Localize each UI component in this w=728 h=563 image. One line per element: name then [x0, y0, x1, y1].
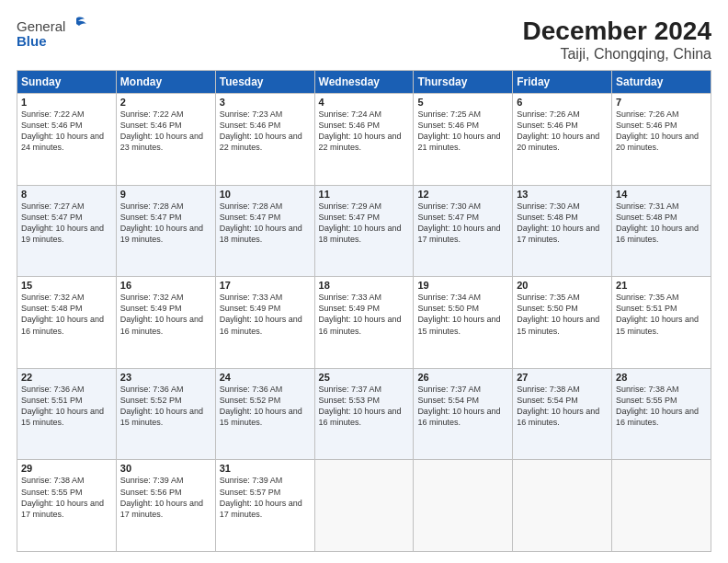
cell-details: Sunrise: 7:30 AM Sunset: 5:48 PM Dayligh…: [517, 201, 608, 246]
cell-details: Sunrise: 7:33 AM Sunset: 5:49 PM Dayligh…: [319, 292, 410, 337]
cell-details: Sunrise: 7:36 AM Sunset: 5:51 PM Dayligh…: [21, 384, 112, 429]
day-number: 28: [616, 372, 707, 383]
calendar-week-row: 29Sunrise: 7:38 AM Sunset: 5:55 PM Dayli…: [17, 460, 711, 552]
day-number: 12: [417, 189, 508, 200]
day-number: 11: [319, 189, 410, 200]
calendar-header-row: SundayMondayTuesdayWednesdayThursdayFrid…: [17, 71, 711, 94]
calendar-cell: 27Sunrise: 7:38 AM Sunset: 5:54 PM Dayli…: [513, 368, 612, 460]
cell-details: Sunrise: 7:35 AM Sunset: 5:50 PM Dayligh…: [517, 292, 608, 337]
calendar-cell: 26Sunrise: 7:37 AM Sunset: 5:54 PM Dayli…: [414, 368, 513, 460]
day-number: 3: [220, 97, 311, 108]
calendar-cell: 23Sunrise: 7:36 AM Sunset: 5:52 PM Dayli…: [116, 368, 215, 460]
cell-details: Sunrise: 7:29 AM Sunset: 5:47 PM Dayligh…: [319, 201, 410, 246]
cell-details: Sunrise: 7:38 AM Sunset: 5:55 PM Dayligh…: [21, 475, 112, 520]
day-number: 15: [21, 280, 112, 291]
logo-blue-text: Blue: [17, 33, 87, 49]
calendar-cell: 25Sunrise: 7:37 AM Sunset: 5:53 PM Dayli…: [314, 368, 414, 460]
cell-details: Sunrise: 7:22 AM Sunset: 5:46 PM Dayligh…: [120, 109, 211, 154]
calendar-cell: 6Sunrise: 7:26 AM Sunset: 5:46 PM Daylig…: [513, 94, 612, 186]
calendar-cell: 8Sunrise: 7:27 AM Sunset: 5:47 PM Daylig…: [17, 185, 117, 277]
day-number: 8: [21, 189, 112, 200]
page: General Blue December 2024 Taiji, Chongq…: [0, 0, 728, 563]
day-number: 2: [120, 97, 211, 108]
cell-details: Sunrise: 7:37 AM Sunset: 5:54 PM Dayligh…: [417, 384, 508, 429]
cell-details: Sunrise: 7:28 AM Sunset: 5:47 PM Dayligh…: [120, 201, 211, 246]
calendar-header-saturday: Saturday: [612, 71, 711, 94]
cell-details: Sunrise: 7:33 AM Sunset: 5:49 PM Dayligh…: [220, 292, 311, 337]
cell-details: Sunrise: 7:32 AM Sunset: 5:49 PM Dayligh…: [120, 292, 211, 337]
calendar-header-sunday: Sunday: [17, 71, 117, 94]
cell-details: Sunrise: 7:36 AM Sunset: 5:52 PM Dayligh…: [120, 384, 211, 429]
day-number: 27: [517, 372, 608, 383]
title-block: December 2024 Taiji, Chongqing, China: [523, 17, 711, 63]
cell-details: Sunrise: 7:27 AM Sunset: 5:47 PM Dayligh…: [21, 201, 112, 246]
calendar-cell: 7Sunrise: 7:26 AM Sunset: 5:46 PM Daylig…: [612, 94, 711, 186]
cell-details: Sunrise: 7:26 AM Sunset: 5:46 PM Dayligh…: [616, 109, 707, 154]
calendar-cell: [414, 460, 513, 552]
calendar-cell: 1Sunrise: 7:22 AM Sunset: 5:46 PM Daylig…: [17, 94, 117, 186]
calendar-cell: 9Sunrise: 7:28 AM Sunset: 5:47 PM Daylig…: [116, 185, 215, 277]
calendar-cell: 5Sunrise: 7:25 AM Sunset: 5:46 PM Daylig…: [414, 94, 513, 186]
day-number: 18: [319, 280, 410, 291]
calendar-cell: 2Sunrise: 7:22 AM Sunset: 5:46 PM Daylig…: [116, 94, 215, 186]
day-number: 5: [417, 97, 508, 108]
cell-details: Sunrise: 7:35 AM Sunset: 5:51 PM Dayligh…: [616, 292, 707, 337]
calendar-cell: 19Sunrise: 7:34 AM Sunset: 5:50 PM Dayli…: [414, 277, 513, 369]
calendar-week-row: 1Sunrise: 7:22 AM Sunset: 5:46 PM Daylig…: [17, 94, 711, 186]
calendar-cell: 22Sunrise: 7:36 AM Sunset: 5:51 PM Dayli…: [17, 368, 117, 460]
calendar-cell: 17Sunrise: 7:33 AM Sunset: 5:49 PM Dayli…: [215, 277, 314, 369]
calendar-header-wednesday: Wednesday: [314, 71, 414, 94]
calendar-header-monday: Monday: [116, 71, 215, 94]
calendar-table: SundayMondayTuesdayWednesdayThursdayFrid…: [17, 70, 711, 552]
calendar-cell: 18Sunrise: 7:33 AM Sunset: 5:49 PM Dayli…: [314, 277, 414, 369]
calendar-cell: 21Sunrise: 7:35 AM Sunset: 5:51 PM Dayli…: [612, 277, 711, 369]
logo-bird-icon: [66, 17, 86, 35]
day-number: 30: [120, 463, 211, 474]
day-number: 31: [220, 463, 311, 474]
calendar-cell: 14Sunrise: 7:31 AM Sunset: 5:48 PM Dayli…: [612, 185, 711, 277]
calendar-cell: 28Sunrise: 7:38 AM Sunset: 5:55 PM Dayli…: [612, 368, 711, 460]
day-number: 24: [220, 372, 311, 383]
day-number: 19: [417, 280, 508, 291]
calendar-week-row: 22Sunrise: 7:36 AM Sunset: 5:51 PM Dayli…: [17, 368, 711, 460]
cell-details: Sunrise: 7:30 AM Sunset: 5:47 PM Dayligh…: [417, 201, 508, 246]
day-number: 9: [120, 189, 211, 200]
cell-details: Sunrise: 7:32 AM Sunset: 5:48 PM Dayligh…: [21, 292, 112, 337]
day-number: 6: [517, 97, 608, 108]
calendar-header-friday: Friday: [513, 71, 612, 94]
calendar-cell: 20Sunrise: 7:35 AM Sunset: 5:50 PM Dayli…: [513, 277, 612, 369]
day-number: 22: [21, 372, 112, 383]
calendar-header-thursday: Thursday: [414, 71, 513, 94]
cell-details: Sunrise: 7:39 AM Sunset: 5:57 PM Dayligh…: [220, 475, 311, 520]
header: General Blue December 2024 Taiji, Chongq…: [17, 17, 711, 63]
page-subtitle: Taiji, Chongqing, China: [523, 46, 711, 63]
calendar-cell: 15Sunrise: 7:32 AM Sunset: 5:48 PM Dayli…: [17, 277, 117, 369]
day-number: 14: [616, 189, 707, 200]
calendar-cell: 24Sunrise: 7:36 AM Sunset: 5:52 PM Dayli…: [215, 368, 314, 460]
calendar-week-row: 8Sunrise: 7:27 AM Sunset: 5:47 PM Daylig…: [17, 185, 711, 277]
day-number: 21: [616, 280, 707, 291]
day-number: 23: [120, 372, 211, 383]
calendar-cell: [513, 460, 612, 552]
cell-details: Sunrise: 7:25 AM Sunset: 5:46 PM Dayligh…: [417, 109, 508, 154]
calendar-cell: [612, 460, 711, 552]
cell-details: Sunrise: 7:24 AM Sunset: 5:46 PM Dayligh…: [319, 109, 410, 154]
day-number: 25: [319, 372, 410, 383]
cell-details: Sunrise: 7:23 AM Sunset: 5:46 PM Dayligh…: [220, 109, 311, 154]
cell-details: Sunrise: 7:37 AM Sunset: 5:53 PM Dayligh…: [319, 384, 410, 429]
cell-details: Sunrise: 7:38 AM Sunset: 5:54 PM Dayligh…: [517, 384, 608, 429]
calendar-cell: 12Sunrise: 7:30 AM Sunset: 5:47 PM Dayli…: [414, 185, 513, 277]
calendar-cell: 31Sunrise: 7:39 AM Sunset: 5:57 PM Dayli…: [215, 460, 314, 552]
calendar-cell: 29Sunrise: 7:38 AM Sunset: 5:55 PM Dayli…: [17, 460, 117, 552]
cell-details: Sunrise: 7:36 AM Sunset: 5:52 PM Dayligh…: [220, 384, 311, 429]
calendar-cell: 10Sunrise: 7:28 AM Sunset: 5:47 PM Dayli…: [215, 185, 314, 277]
calendar-cell: 3Sunrise: 7:23 AM Sunset: 5:46 PM Daylig…: [215, 94, 314, 186]
day-number: 16: [120, 280, 211, 291]
cell-details: Sunrise: 7:38 AM Sunset: 5:55 PM Dayligh…: [616, 384, 707, 429]
calendar-cell: [314, 460, 414, 552]
cell-details: Sunrise: 7:28 AM Sunset: 5:47 PM Dayligh…: [220, 201, 311, 246]
calendar-cell: 16Sunrise: 7:32 AM Sunset: 5:49 PM Dayli…: [116, 277, 215, 369]
day-number: 17: [220, 280, 311, 291]
cell-details: Sunrise: 7:22 AM Sunset: 5:46 PM Dayligh…: [21, 109, 112, 154]
day-number: 20: [517, 280, 608, 291]
